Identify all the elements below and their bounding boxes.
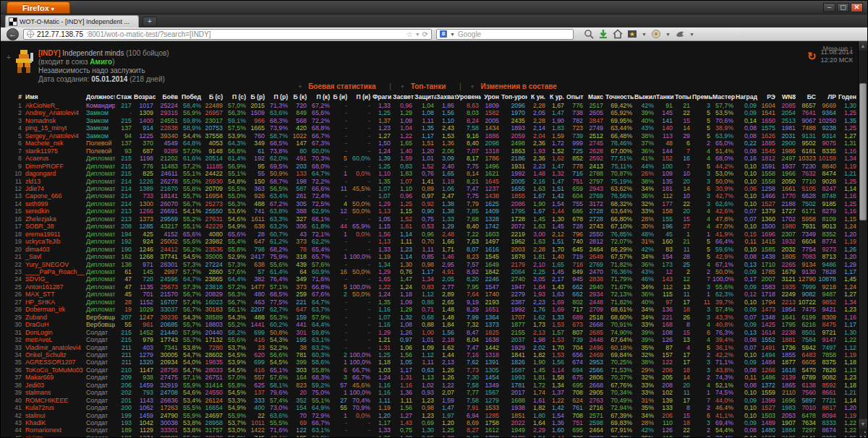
- addon-tool-dropdown-icon[interactable]: ▼: [689, 32, 694, 37]
- scrollbar-thumb[interactable]: [859, 83, 867, 220]
- player-name[interactable]: DraGuH: [24, 321, 85, 328]
- player-name[interactable]: KhadiK: [24, 419, 85, 426]
- player-name[interactable]: Romarionext: [24, 426, 85, 434]
- refresh-icon[interactable]: ↻: [807, 50, 817, 63]
- column-header-23[interactable]: К ур.: [548, 93, 566, 102]
- vertical-scrollbar[interactable]: ▲ ▼: [858, 41, 867, 438]
- player-name[interactable]: dima403: [24, 246, 85, 253]
- column-header-18[interactable]: Захват: [436, 93, 456, 102]
- player-name[interactable]: Onkel_Schultz: [24, 351, 85, 358]
- player-name[interactable]: Jdie74: [24, 185, 85, 192]
- column-header-1[interactable]: Имя: [24, 93, 85, 102]
- back-button[interactable]: ←: [7, 28, 19, 40]
- player-name[interactable]: stalmans: [24, 389, 85, 396]
- player-name[interactable]: Machete_nsk: [24, 139, 85, 147]
- player-name[interactable]: Vladimir_anatolevi4: [24, 344, 85, 351]
- column-header-2[interactable]: Должность↓: [85, 93, 115, 102]
- resize-grip[interactable]: [859, 430, 867, 438]
- column-header-32[interactable]: Наград: [736, 93, 759, 102]
- scroll-down-icon[interactable]: ▼: [859, 419, 867, 429]
- column-header-4[interactable]: Возраст: [134, 93, 156, 102]
- player-name[interactable]: Anton161287: [24, 283, 85, 291]
- player-name[interactable]: ROMCHIKEEE: [24, 397, 85, 404]
- alliance-name[interactable]: Амиго: [90, 58, 112, 66]
- downloads-icon[interactable]: [598, 29, 608, 39]
- player-name[interactable]: _Savl: [24, 253, 85, 260]
- column-header-35[interactable]: БС: [798, 93, 818, 102]
- player-name[interactable]: civicts: [24, 434, 85, 438]
- firefox-menu-button[interactable]: Firefox ▾: [7, 1, 70, 14]
- player-name[interactable]: AkCioNeR_: [24, 102, 85, 109]
- player-name[interactable]: ToKoCo_ToMuMo03: [24, 366, 85, 374]
- minimize-button[interactable]: –: [823, 3, 835, 12]
- player-name[interactable]: Capone_666: [24, 192, 85, 199]
- column-header-7[interactable]: Б (с): [203, 93, 225, 102]
- column-header-22[interactable]: К ун.: [527, 93, 548, 102]
- player-name[interactable]: erema19911: [24, 231, 85, 238]
- search-engine-dropdown-icon[interactable]: ▼: [450, 32, 455, 37]
- player-name[interactable]: SDVIG_: [24, 275, 85, 283]
- column-header-6[interactable]: Побед: [180, 93, 203, 102]
- column-header-11[interactable]: Б (к): [290, 93, 309, 102]
- column-header-30[interactable]: Премы: [692, 93, 712, 102]
- player-name[interactable]: stalinui: [24, 412, 85, 419]
- player-name[interactable]: SOBR_38: [24, 223, 85, 230]
- player-name[interactable]: DonLogin: [24, 329, 85, 336]
- player-name[interactable]: Doberman_irk: [24, 306, 85, 313]
- player-name[interactable]: Kula72rus: [24, 404, 85, 411]
- bookmark-star-icon[interactable]: ☆: [407, 30, 413, 38]
- search-engine-icon[interactable]: 8: [440, 30, 447, 38]
- player-name[interactable]: Zuband: [24, 314, 85, 321]
- bookmarks-dropdown-icon[interactable]: ▼: [642, 32, 647, 37]
- nav-battle-stats[interactable]: Боевая статистика: [308, 82, 375, 90]
- addon-circle-icon[interactable]: [651, 29, 661, 39]
- column-header-31[interactable]: Мастер: [712, 93, 736, 102]
- column-header-27[interactable]: Выжил: [634, 93, 656, 102]
- player-name[interactable]: DimmPROFF: [24, 163, 85, 170]
- close-button[interactable]: ✕: [851, 3, 863, 12]
- player-name[interactable]: seth999: [24, 200, 85, 207]
- player-name[interactable]: dagongard: [24, 170, 85, 177]
- reload-icon[interactable]: ⟳: [422, 30, 428, 38]
- player-name[interactable]: Andrey_Anatolevi4: [24, 109, 85, 116]
- column-header-17[interactable]: Защита: [414, 93, 436, 102]
- clan-tag[interactable]: [INDY]: [38, 49, 61, 57]
- player-name[interactable]: Acaerus: [24, 155, 85, 162]
- column-header-21[interactable]: Топ-урон: [501, 93, 527, 102]
- column-header-36[interactable]: ЛР: [818, 93, 838, 102]
- column-header-26[interactable]: Точность: [605, 93, 634, 102]
- column-header-24[interactable]: Опыт: [566, 93, 585, 102]
- nav-top-tanks[interactable]: Топ-танки: [411, 82, 446, 90]
- search-icon[interactable]: [584, 29, 594, 39]
- home-icon[interactable]: [613, 29, 623, 39]
- url-dropdown-icon[interactable]: ▼: [415, 32, 420, 37]
- column-header-12[interactable]: П (к): [309, 93, 332, 102]
- scroll-up-icon[interactable]: ▲: [859, 41, 867, 51]
- column-header-5[interactable]: Боёв: [156, 93, 180, 102]
- player-name[interactable]: Zhelezjaka: [24, 215, 85, 223]
- column-header-0[interactable]: #: [2, 93, 24, 102]
- column-header-14[interactable]: П (и): [349, 93, 373, 102]
- column-header-10[interactable]: П (р): [267, 93, 290, 102]
- player-name[interactable]: Sergey_Anatolevi4: [24, 132, 85, 139]
- plus-icon[interactable]: +: [470, 83, 474, 90]
- column-header-34[interactable]: WN8: [778, 93, 798, 102]
- player-name[interactable]: Jedi03: [24, 382, 85, 389]
- player-name[interactable]: seredkin: [24, 207, 85, 215]
- player-name[interactable]: Yury_SNEGOV: [24, 261, 85, 268]
- maximize-button[interactable]: ▢: [837, 3, 849, 12]
- addon-tool-icon[interactable]: [675, 29, 685, 39]
- tab-wot-o-matic[interactable]: WOT-O-Matic - [INDY] Independent ...: [5, 15, 139, 27]
- player-name[interactable]: metrAveL: [24, 336, 85, 343]
- search-box[interactable]: 8 ▼ Google: [436, 29, 574, 40]
- new-tab-button[interactable]: +: [142, 17, 157, 27]
- player-name[interactable]: AGRESSOR1207: [24, 358, 85, 366]
- player-name[interactable]: Makar669: [24, 374, 85, 381]
- expand-plus-icon[interactable]: +: [7, 53, 11, 61]
- plus-icon[interactable]: +: [298, 83, 302, 90]
- column-header-37[interactable]: Годен: [838, 93, 859, 102]
- column-header-15[interactable]: Фраги: [373, 93, 393, 102]
- column-header-20[interactable]: Урон: [481, 93, 501, 102]
- column-header-9[interactable]: Б (р): [248, 93, 267, 102]
- column-header-28[interactable]: Танки: [656, 93, 675, 102]
